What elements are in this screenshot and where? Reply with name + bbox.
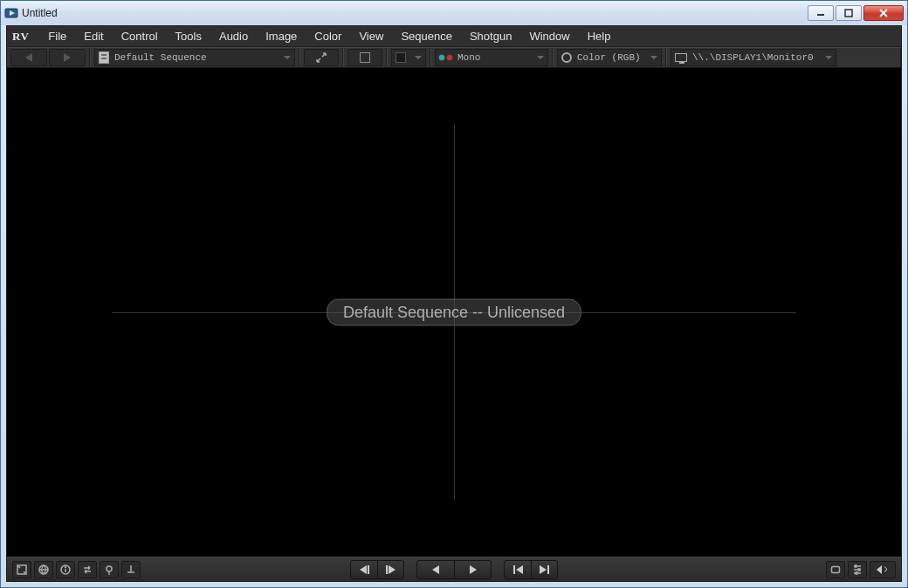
playback-controls (350, 560, 558, 579)
timeline-button[interactable] (100, 561, 119, 578)
nav-back-button[interactable] (10, 49, 47, 66)
viewport-center-label: Default Sequence -- Unlicensed (327, 299, 581, 326)
bottom-right-controls (826, 561, 896, 578)
menu-window[interactable]: Window (520, 27, 578, 45)
stereo-mode-label: Mono (457, 52, 480, 63)
fullscreen-button[interactable] (12, 561, 31, 578)
menu-control[interactable]: Control (113, 27, 167, 45)
swap-arrows-icon (81, 564, 93, 576)
loop-button[interactable] (826, 561, 845, 578)
loop-icon (829, 564, 842, 576)
mark-out-icon (125, 564, 137, 576)
skip-start-icon (516, 565, 523, 574)
stereo-dots-icon (439, 55, 452, 60)
info-icon (59, 564, 72, 576)
fullscreen-icon (16, 564, 28, 576)
sliders-icon (851, 564, 863, 576)
menu-view[interactable]: View (350, 27, 392, 45)
color-mode-selector[interactable]: Color (RGB) (557, 49, 662, 66)
app-icon (4, 6, 18, 20)
menu-audio[interactable]: Audio (210, 27, 257, 45)
go-to-end-button[interactable] (531, 561, 557, 578)
titlebar: Untitled (1, 1, 907, 25)
triangle-right-icon (389, 565, 396, 574)
settings-button[interactable] (848, 561, 867, 578)
play-right-icon (470, 565, 477, 574)
frame-outline-button[interactable] (347, 49, 382, 66)
svg-rect-13 (832, 566, 840, 572)
color-mode-label: Color (RGB) (577, 52, 641, 63)
bg-color-selector[interactable] (391, 49, 426, 66)
play-reverse-button[interactable] (417, 561, 454, 578)
menubar: RV File Edit Control Tools Audio Image C… (7, 26, 901, 47)
toolbar: Default Sequence (7, 47, 901, 68)
globe-button[interactable] (34, 561, 53, 578)
nav-forward-button[interactable] (49, 49, 86, 66)
step-forward-button[interactable] (377, 561, 403, 578)
window-controls (808, 5, 904, 21)
app-body: RV File Edit Control Tools Audio Image C… (6, 25, 902, 582)
viewport[interactable]: Default Sequence -- Unlicensed (7, 68, 901, 557)
volume-button[interactable] (870, 561, 896, 578)
square-outline-icon (360, 52, 370, 63)
chevron-down-icon (415, 56, 422, 59)
menu-shotgun[interactable]: Shotgun (461, 27, 520, 45)
stereo-mode-selector[interactable]: Mono (435, 49, 548, 66)
chevron-down-icon (825, 56, 832, 59)
swap-button[interactable] (78, 561, 97, 578)
sequence-selector-label: Default Sequence (114, 52, 207, 63)
resize-arrows-icon (315, 51, 327, 64)
menu-tools[interactable]: Tools (167, 27, 210, 45)
volume-icon (877, 565, 887, 574)
monitor-icon (675, 53, 687, 62)
menu-file[interactable]: File (39, 27, 75, 45)
go-to-start-button[interactable] (505, 561, 531, 578)
arrow-left-icon (25, 53, 32, 62)
minimize-button[interactable] (808, 5, 834, 21)
info-button[interactable] (56, 561, 75, 578)
app-window: Untitled RV File Edit Control Tools Audi… (0, 0, 908, 588)
fit-tool-button[interactable] (304, 49, 339, 66)
chevron-down-icon (650, 56, 657, 59)
color-ring-icon (561, 52, 572, 63)
play-left-icon (432, 565, 439, 574)
chevron-down-icon (537, 56, 544, 59)
display-device-label: \\.\DISPLAY1\Monitor0 (692, 52, 814, 63)
mark-out-button[interactable] (121, 561, 141, 578)
svg-point-8 (65, 566, 66, 567)
rv-logo: RV (12, 30, 29, 44)
menu-help[interactable]: Help (579, 27, 620, 45)
bottombar (7, 557, 901, 581)
menu-image[interactable]: Image (257, 27, 306, 45)
globe-icon (38, 564, 50, 576)
menu-sequence[interactable]: Sequence (392, 27, 461, 45)
arrow-right-icon (64, 53, 71, 62)
chevron-down-icon (284, 56, 291, 59)
window-title: Untitled (22, 7, 58, 19)
maximize-button[interactable] (836, 5, 862, 21)
menu-color[interactable]: Color (306, 27, 350, 45)
triangle-left-icon (360, 565, 367, 574)
skip-end-icon (540, 565, 547, 574)
svg-rect-3 (845, 10, 852, 17)
display-device-selector[interactable]: \\.\DISPLAY1\Monitor0 (671, 49, 836, 66)
sequence-selector[interactable]: Default Sequence (94, 49, 295, 66)
timeline-icon (103, 564, 115, 576)
menu-edit[interactable]: Edit (75, 27, 112, 45)
svg-point-9 (107, 566, 112, 571)
play-forward-button[interactable] (454, 561, 491, 578)
close-button[interactable] (863, 5, 904, 21)
document-icon (99, 51, 109, 64)
square-solid-icon (396, 52, 406, 63)
step-back-button[interactable] (351, 561, 377, 578)
